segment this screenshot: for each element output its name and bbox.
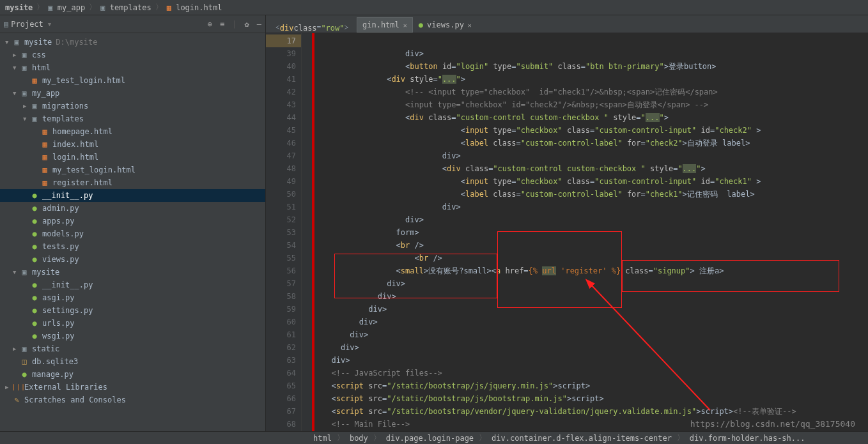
tree-item-my-app[interactable]: ▼▣my_app xyxy=(0,87,265,100)
code-line[interactable]: <div class="custom-control custom-checkb… xyxy=(322,162,868,175)
tree-item-login-html[interactable]: ▦login.html xyxy=(0,151,265,164)
code-line[interactable]: <input type="checkbox" class="custom-con… xyxy=(322,124,868,137)
line-number[interactable]: 68 xyxy=(266,418,296,431)
tree-arrow[interactable]: ▼ xyxy=(13,65,19,71)
line-number[interactable]: 50 xyxy=(266,188,296,201)
structure-item[interactable]: html xyxy=(313,434,332,443)
code-line[interactable]: <div style="..."> xyxy=(322,73,868,86)
line-number[interactable]: 48 xyxy=(266,162,296,175)
line-number[interactable]: 39 xyxy=(266,47,296,60)
tree-item-mysite[interactable]: ▼▣mysiteD:\mysite xyxy=(0,36,265,49)
code-line[interactable]: form> xyxy=(322,226,868,239)
expand-all-icon[interactable]: ≡ xyxy=(220,20,224,29)
code-line[interactable]: <script src="/static/bootstrap/js/bootst… xyxy=(322,392,868,405)
code-line[interactable]: <br /> xyxy=(322,239,868,252)
code-line[interactable]: <label class="custom-control-label" for=… xyxy=(322,188,868,201)
code-line[interactable]: div> xyxy=(322,277,868,290)
project-tree[interactable]: ▼▣mysiteD:\mysite▶▣css▼▣html▦my_test_log… xyxy=(0,33,265,431)
code-area[interactable]: 1739404142434445464748495051525354555657… xyxy=(266,33,868,431)
tree-arrow[interactable]: ▼ xyxy=(5,39,12,45)
tree-item-static[interactable]: ▶▣static xyxy=(0,342,265,355)
locate-icon[interactable]: ⊕ xyxy=(208,20,212,29)
code-line[interactable]: div> xyxy=(322,303,868,316)
tree-arrow[interactable]: ▶ xyxy=(13,52,19,58)
code-line[interactable]: div> xyxy=(322,341,868,354)
tree-item-index-html[interactable]: ▦index.html xyxy=(0,138,265,151)
line-number[interactable]: 54 xyxy=(266,239,296,252)
tree-item-manage-py[interactable]: ●manage.py xyxy=(0,368,265,381)
tree-item-my-test-login-html[interactable]: ▦my_test_login.html xyxy=(0,164,265,176)
tree-arrow[interactable]: ▼ xyxy=(13,90,19,96)
line-number[interactable]: 59 xyxy=(266,303,296,316)
line-number[interactable]: 55 xyxy=(266,252,296,264)
line-number[interactable]: 66 xyxy=(266,392,296,405)
tree-item-my-test-login-html[interactable]: ▦my_test_login.html xyxy=(0,74,265,87)
code-line[interactable]: div> xyxy=(322,213,868,226)
tree-item-css[interactable]: ▶▣css xyxy=(0,49,265,61)
code-line[interactable]: <div class="custom-control custom-checkb… xyxy=(322,111,868,124)
line-number[interactable]: 49 xyxy=(266,175,296,188)
line-number[interactable]: 58 xyxy=(266,290,296,303)
tab-views-py[interactable]: ● views.py ✕ xyxy=(413,17,477,33)
project-title[interactable]: Project xyxy=(11,20,43,29)
code-line[interactable]: div> xyxy=(322,328,868,341)
tree-item-urls-py[interactable]: ●urls.py xyxy=(0,317,265,330)
line-number[interactable]: 51 xyxy=(266,201,296,213)
code-line[interactable]: <!-- Main File--> xyxy=(322,418,868,431)
close-icon[interactable]: ✕ xyxy=(468,22,472,29)
code-line[interactable]: div> xyxy=(322,354,868,367)
tree-item-templates[interactable]: ▼▣templates xyxy=(0,112,265,125)
code-content[interactable]: div> <button id="login" type="submit" cl… xyxy=(320,33,868,431)
tree-item-migrations[interactable]: ▶▣migrations xyxy=(0,100,265,112)
breadcrumb-item[interactable]: ▦ login.html xyxy=(167,3,222,12)
code-line[interactable]: <!-- <input type="checkbox" id="check1"/… xyxy=(322,86,868,98)
code-line[interactable]: <small>没有账号?small><a href={% url 'regist… xyxy=(322,264,868,277)
line-number[interactable]: 52 xyxy=(266,213,296,226)
breadcrumb-item[interactable]: ▣ my_app xyxy=(48,3,85,12)
code-line[interactable]: <input type="checkbox" class="custom-con… xyxy=(322,175,868,188)
code-line[interactable]: <script src="/static/bootstrap/js/jquery… xyxy=(322,379,868,392)
tree-item-wsgi-py[interactable]: ●wsgi.py xyxy=(0,330,265,342)
line-number[interactable]: 56 xyxy=(266,264,296,277)
gutter[interactable]: 1739404142434445464748495051525354555657… xyxy=(266,33,302,431)
tree-item-mysite[interactable]: ▼▣mysite xyxy=(0,266,265,279)
line-number[interactable]: 45 xyxy=(266,124,296,137)
tree-item-apps-py[interactable]: ●apps.py xyxy=(0,215,265,227)
tree-item-homepage-html[interactable]: ▦homepage.html xyxy=(0,125,265,138)
tree-item-db-sqlite3[interactable]: ◫db.sqlite3 xyxy=(0,355,265,368)
tree-item-asgi-py[interactable]: ●asgi.py xyxy=(0,291,265,304)
line-number[interactable]: 42 xyxy=(266,86,296,98)
line-number[interactable]: 17 xyxy=(266,34,301,47)
settings-gear-icon[interactable]: ✿ xyxy=(245,20,249,29)
tree-item-scratches-and-consoles[interactable]: ✎Scratches and Consoles xyxy=(0,394,265,406)
hide-icon[interactable]: — xyxy=(257,20,261,29)
code-line[interactable]: div> xyxy=(322,316,868,328)
tree-arrow[interactable]: ▶ xyxy=(23,103,29,109)
chevron-down-icon[interactable]: ▼ xyxy=(48,21,51,27)
tree-item-views-py[interactable]: ●views.py xyxy=(0,253,265,266)
line-number[interactable]: 65 xyxy=(266,379,296,392)
tree-item--init-py[interactable]: ●__init__.py xyxy=(0,279,265,291)
line-number[interactable]: 47 xyxy=(266,149,296,162)
tree-item-settings-py[interactable]: ●settings.py xyxy=(0,304,265,317)
code-line[interactable]: <input type="checkbox" id="check2"/>&nbs… xyxy=(322,98,868,111)
line-number[interactable]: 44 xyxy=(266,111,296,124)
tree-arrow[interactable]: ▶ xyxy=(13,346,19,352)
line-number[interactable]: 46 xyxy=(266,137,296,149)
code-line[interactable]: div> xyxy=(322,149,868,162)
code-line[interactable]: <br /> xyxy=(322,252,868,264)
structure-item[interactable]: div.container.d-flex.align-items-center xyxy=(492,434,672,443)
line-number[interactable]: 61 xyxy=(266,328,296,341)
tree-item-tests-py[interactable]: ●tests.py xyxy=(0,240,265,253)
tree-arrow[interactable]: ▼ xyxy=(23,116,29,122)
code-line[interactable]: <!-- JavaScript files--> xyxy=(322,367,868,379)
breadcrumb-item[interactable]: mysite xyxy=(5,3,33,12)
tree-item-external-libraries[interactable]: ▶❘❘❘External Libraries xyxy=(0,381,265,394)
tab-login-html[interactable]: gin.html ✕ xyxy=(357,17,413,33)
code-line[interactable]: <script src="/static/bootstrap/vendor/jq… xyxy=(322,405,868,418)
structure-item[interactable]: div.page.login-page xyxy=(386,434,474,443)
line-number[interactable]: 62 xyxy=(266,341,296,354)
code-line[interactable]: <button id="login" type="submit" class="… xyxy=(322,60,868,73)
structure-item[interactable]: div.form-holder.has-sh... xyxy=(690,434,805,443)
code-line[interactable]: <label class="custom-control-label" for=… xyxy=(322,137,868,149)
